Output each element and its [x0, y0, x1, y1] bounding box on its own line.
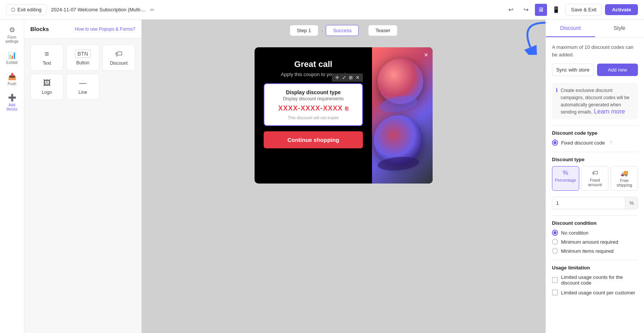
exit-button[interactable]: ⬡ Exit editing [6, 4, 47, 15]
dtype-free-shipping[interactable]: 🚚 Free shipping [611, 166, 638, 191]
desktop-view-button[interactable]: 🖥 [535, 4, 547, 16]
no-condition-option[interactable]: No condition [552, 230, 638, 236]
info-desc-container: Create exclusive discount campaigns, dis… [561, 87, 634, 115]
modal-container: × Great call Apply this coupon to your c… [255, 47, 433, 184]
divider-1 [552, 125, 638, 126]
percentage-label: Percentage [555, 178, 576, 182]
blocks-help-link[interactable]: How to use Popups & Forms? [75, 26, 135, 32]
limited-counts-option[interactable]: Limited usage counts for the discount co… [552, 274, 638, 286]
blocks-title: Blocks [30, 26, 49, 32]
right-panel: Discount Style A maximum of 10 discount … [546, 20, 644, 333]
mobile-view-button[interactable]: 📱 [550, 4, 562, 16]
step-tabs: Step 1 › Success Teaser [290, 20, 398, 40]
edit-icon[interactable]: ✏ [150, 7, 155, 13]
limited-counts-checkbox[interactable] [552, 277, 558, 283]
fixed-code-label: Fixed discount code [561, 140, 605, 146]
divider-3 [552, 215, 638, 216]
usage-checkbox-group: Limited usage counts for the discount co… [552, 274, 638, 296]
teaser-tab[interactable]: Teaser [368, 25, 397, 36]
no-condition-label: No condition [561, 230, 588, 236]
modal-close-button[interactable]: × [424, 51, 428, 59]
dtype-percentage[interactable]: % Percentage [552, 166, 579, 191]
block-item-text[interactable]: ≡ Text [30, 45, 63, 71]
coupon-resize-icon[interactable]: ⤢ [341, 75, 347, 81]
add-new-button[interactable]: Add new [597, 64, 638, 76]
min-amount-option[interactable]: Minimum amount required [552, 239, 638, 245]
sidebar-item-form-settings[interactable]: ⚙ Form settings [2, 23, 22, 47]
block-item-line[interactable]: — Line [66, 74, 99, 100]
block-item-discount[interactable]: 🏷 Discount [102, 45, 135, 71]
fixed-code-radio[interactable] [552, 140, 558, 146]
sidebar-item-exhibit[interactable]: 📊 Exhibit [2, 48, 22, 68]
min-items-option[interactable]: Minimum items required [552, 248, 638, 254]
fixed-amount-icon: 🏷 [592, 170, 598, 176]
copy-icon[interactable]: ⎘ [345, 106, 349, 112]
percent-input[interactable] [552, 197, 625, 209]
coupon-delete-icon[interactable]: ✕ [355, 75, 361, 81]
line-block-label: Line [78, 90, 87, 95]
coupon-sub: Display discount requirements [271, 96, 355, 101]
teaser-label: Teaser [375, 28, 390, 33]
percentage-icon: % [563, 170, 568, 176]
save-exit-button[interactable]: Save & Exit [565, 4, 602, 16]
min-amount-radio[interactable] [552, 239, 558, 245]
dtype-fixed-amount[interactable]: 🏷 Fixed amount [581, 166, 609, 191]
activate-button[interactable]: Activate [605, 4, 638, 15]
exhibit-label: Exhibit [6, 61, 17, 65]
free-shipping-icon: 🚚 [621, 170, 628, 177]
success-tab[interactable]: Success [326, 25, 359, 36]
limited-per-customer-option[interactable]: Limited usage count per customer [552, 289, 638, 296]
push-icon: 📤 [8, 72, 16, 81]
block-item-button[interactable]: BTN Button [66, 45, 99, 71]
canvas-area: Step 1 › Success Teaser × Great call App… [142, 20, 546, 333]
code-type-title: Discount code type [552, 130, 638, 136]
continue-shopping-button[interactable]: Continue shopping [264, 131, 363, 148]
coupon-move-icon[interactable]: ✛ [334, 75, 340, 81]
limited-per-customer-checkbox[interactable] [552, 289, 558, 296]
main-layout: ⚙ Form settings 📊 Exhibit 📤 Push ➕ Add b… [0, 20, 644, 333]
exit-icon: ⬡ [11, 7, 15, 12]
form-settings-label: Form settings [4, 35, 20, 44]
limited-counts-label: Limited usage counts for the discount co… [561, 274, 638, 286]
sidebar-item-push[interactable]: 📤 Push [2, 69, 22, 89]
step-divider [363, 26, 364, 35]
tab-style[interactable]: Style [595, 20, 644, 37]
sphere-background [372, 47, 433, 184]
logo-block-icon: 🖼 [43, 79, 51, 87]
step1-label: Step 1 [297, 28, 311, 33]
modal-heading: Great call [294, 59, 332, 69]
left-sidebar: ⚙ Form settings 📊 Exhibit 📤 Push ➕ Add b… [0, 20, 24, 333]
redo-button[interactable]: ↪ [520, 4, 532, 16]
limited-per-customer-label: Limited usage count per customer [561, 290, 635, 296]
sync-store-button[interactable]: Sync with store [552, 64, 594, 76]
undo-button[interactable]: ↩ [505, 4, 517, 16]
coupon-box[interactable]: Display discount type Display discount r… [264, 83, 363, 126]
text-block-icon: ≡ [45, 50, 49, 58]
percent-symbol: % [625, 197, 638, 209]
add-blocks-label: Add blocks [4, 103, 20, 111]
min-amount-label: Minimum amount required [561, 239, 618, 245]
fixed-code-option[interactable]: Fixed discount code ? [552, 140, 638, 146]
block-item-logo[interactable]: 🖼 Logo [30, 74, 63, 100]
discount-tab-label: Discount [560, 25, 581, 31]
blocks-header: Blocks How to use Popups & Forms? [24, 20, 141, 39]
learn-more-link[interactable]: Learn more [594, 108, 625, 115]
condition-radio-group: No condition Minimum amount required Min… [552, 230, 638, 254]
no-condition-radio[interactable] [552, 230, 558, 236]
topbar: ⬡ Exit editing 2024-11-07 Welcome Subscr… [0, 0, 644, 20]
success-label: Success [333, 28, 352, 33]
blocks-panel: Blocks How to use Popups & Forms? ≡ Text… [24, 20, 142, 333]
code-type-radio-group: Fixed discount code ? [552, 140, 638, 146]
min-items-radio[interactable] [552, 248, 558, 254]
coupon-code-text: XXXX-XXXX-XXXX [278, 104, 342, 112]
exhibit-icon: 📊 [8, 51, 16, 59]
sidebar-item-add-blocks[interactable]: ➕ Add blocks [2, 90, 22, 114]
tab-discount[interactable]: Discount [546, 20, 595, 37]
right-panel-content: A maximum of 10 discount codes can be ad… [546, 37, 644, 333]
step1-tab[interactable]: Step 1 [290, 25, 319, 36]
add-blocks-icon: ➕ [8, 93, 16, 102]
topbar-right: ↩ ↪ 🖥 📱 Save & Exit Activate [505, 4, 638, 16]
style-tab-label: Style [614, 25, 625, 31]
button-block-label: Button [76, 60, 89, 65]
coupon-duplicate-icon[interactable]: ⊞ [348, 75, 354, 81]
